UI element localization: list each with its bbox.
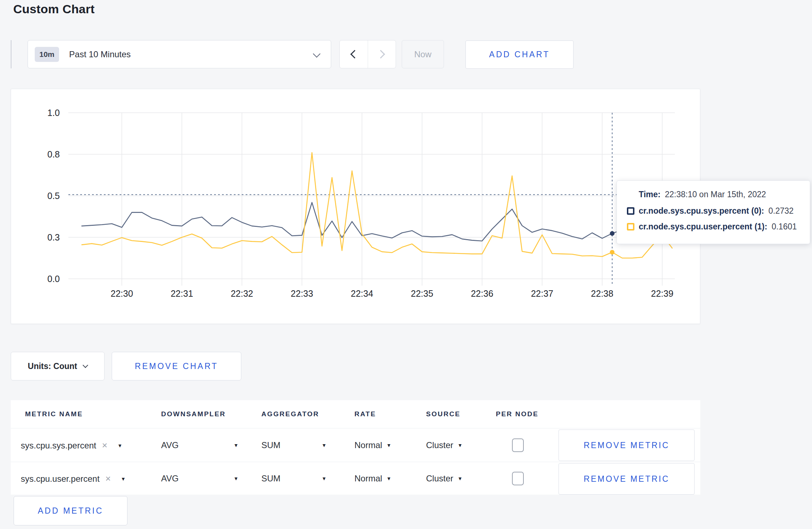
chart-plot[interactable]: 0.00.30.50.81.022:3022:3122:3222:3322:34… [11,89,701,324]
svg-text:0.8: 0.8 [47,149,60,159]
svg-text:22:38: 22:38 [591,288,614,299]
metric-name-value: sys.cpu.user.percent [21,474,100,484]
header-per-node: PER NODE [496,410,538,418]
chevron-left-icon [351,50,359,58]
add-chart-button[interactable]: ADD CHART [465,40,574,69]
caret-down-icon: ▼ [322,443,327,448]
tooltip-series-value: 0.2732 [768,206,793,216]
header-rate: RATE [354,410,376,418]
metric-name-select[interactable]: sys.cpu.sys.percent × ▼ [21,440,122,451]
svg-text:0.3: 0.3 [47,232,60,242]
clear-metric-icon[interactable]: × [102,440,107,451]
tooltip-series-value: 0.1601 [772,222,797,232]
rate-value: Normal [354,440,382,450]
metric-name-value: sys.cpu.sys.percent [21,440,96,450]
tooltip-series-row: cr.node.sys.cpu.sys.percent (0): 0.2732 [627,206,810,216]
units-selector[interactable]: Units: Count [11,352,105,380]
header-source: SOURCE [426,410,460,418]
toolbar-divider [11,40,11,68]
chevron-down-icon [313,50,320,58]
source-value: Cluster [426,474,453,484]
downsampler-value: AVG [161,440,179,450]
rate-select[interactable]: Normal ▼ [354,474,391,484]
downsampler-select[interactable]: AVG ▼ [161,440,238,450]
svg-text:22:37: 22:37 [531,288,554,299]
time-window-badge: 10m [35,47,59,62]
source-select[interactable]: Cluster ▼ [426,474,463,484]
remove-chart-button[interactable]: REMOVE CHART [112,352,241,380]
cpu-chart-svg: 0.00.30.50.81.022:3022:3122:3222:3322:34… [11,89,701,324]
svg-text:22:33: 22:33 [291,288,313,299]
metric-row: sys.cpu.user.percent × ▼ AVG ▼ SUM ▼ Nor… [11,462,700,495]
custom-chart-page: { "page": { "title": "Custom Chart" }, "… [0,0,812,529]
user-percent-swatch-icon [627,223,634,230]
aggregator-value: SUM [261,440,280,450]
svg-text:22:36: 22:36 [471,288,493,299]
now-button[interactable]: Now [402,40,444,68]
tooltip-series-label: cr.node.sys.cpu.sys.percent (0): [639,206,764,216]
svg-text:22:35: 22:35 [411,288,434,299]
tooltip-series-row: cr.node.sys.cpu.user.percent (1): 0.1601 [627,222,810,232]
aggregator-select[interactable]: SUM ▼ [261,440,327,450]
metric-name-select[interactable]: sys.cpu.user.percent × ▼ [21,473,126,484]
caret-down-icon: ▼ [322,476,327,481]
caret-down-icon: ▼ [233,443,238,448]
caret-down-icon: ▼ [386,476,391,481]
caret-down-icon: ▼ [121,476,126,481]
svg-text:22:34: 22:34 [351,288,373,299]
time-window-label: Past 10 Minutes [69,49,131,59]
prev-range-button[interactable] [340,40,368,68]
svg-text:0.5: 0.5 [47,191,60,201]
caret-down-icon: ▼ [458,476,463,481]
tooltip-time-row: Time:22:38:10 on Mar 15th, 2022 [639,190,810,199]
per-node-checkbox[interactable] [512,438,524,452]
svg-text:22:30: 22:30 [111,288,133,299]
svg-text:22:39: 22:39 [651,288,673,299]
tooltip-time-value: 22:38:10 on Mar 15th, 2022 [665,190,766,199]
caret-down-icon: ▼ [233,476,238,481]
svg-text:0.0: 0.0 [47,274,60,284]
header-downsampler: DOWNSAMPLER [161,410,226,418]
add-metric-button[interactable]: ADD METRIC [14,496,127,525]
page-title: Custom Chart [13,2,95,16]
caret-down-icon: ▼ [117,443,122,448]
source-value: Cluster [426,440,453,450]
tooltip-time-label: Time: [639,190,661,199]
units-label: Units: Count [28,361,77,371]
metric-row: sys.cpu.sys.percent × ▼ AVG ▼ SUM ▼ Norm… [11,428,700,462]
sys-percent-swatch-icon [627,207,634,215]
svg-text:22:31: 22:31 [171,288,193,299]
time-range-pager [339,40,396,68]
time-window-selector[interactable]: 10m Past 10 Minutes [28,40,331,68]
downsampler-select[interactable]: AVG ▼ [161,474,238,484]
clear-metric-icon[interactable]: × [105,473,111,484]
tooltip-series-label: cr.node.sys.cpu.user.percent (1): [639,222,767,232]
chart-card: 0.00.30.50.81.022:3022:3122:3222:3322:34… [11,89,700,324]
header-metric-name: METRIC NAME [25,410,83,418]
remove-metric-button[interactable]: REMOVE METRIC [559,463,695,495]
next-range-button[interactable] [368,40,396,68]
chart-hover-tooltip: Time:22:38:10 on Mar 15th, 2022 cr.node.… [617,180,810,244]
caret-down-icon: ▼ [458,443,463,448]
aggregator-value: SUM [261,474,280,484]
downsampler-value: AVG [161,474,179,484]
caret-down-icon: ▼ [386,443,391,448]
rate-select[interactable]: Normal ▼ [354,440,391,450]
rate-value: Normal [354,474,382,484]
per-node-checkbox[interactable] [512,472,524,485]
chevron-right-icon [376,50,385,58]
source-select[interactable]: Cluster ▼ [426,440,463,450]
chevron-down-icon [83,363,88,368]
svg-text:22:32: 22:32 [231,288,253,299]
header-aggregator: AGGREGATOR [261,410,319,418]
remove-metric-button[interactable]: REMOVE METRIC [559,429,695,461]
metrics-table: METRIC NAME DOWNSAMPLER AGGREGATOR RATE … [11,400,700,495]
aggregator-select[interactable]: SUM ▼ [261,474,327,484]
svg-text:1.0: 1.0 [47,108,60,118]
